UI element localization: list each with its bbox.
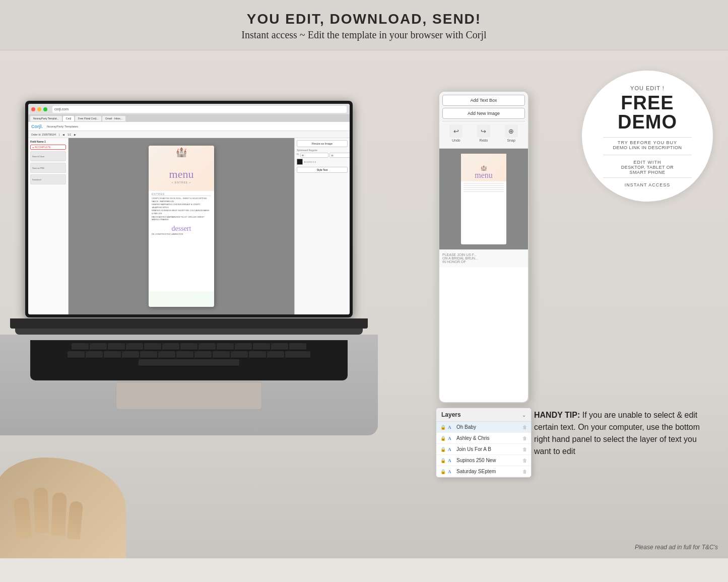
key (267, 351, 284, 358)
phone-add-image-btn[interactable]: Add New Image (442, 108, 525, 119)
layers-label-join: Join Us For A B (456, 446, 520, 452)
text-a-icon: A (448, 436, 454, 441)
laptop-screen-outer: corjl.com NoorayParty Templat... Corjl F… (25, 101, 353, 317)
key (176, 351, 193, 358)
url-bar[interactable]: corjl.com (52, 106, 347, 113)
style-text-btn[interactable]: Style Text (297, 167, 348, 173)
layers-chevron-icon: ⌄ (522, 412, 526, 418)
menu-card-header: 🏰 menu + entree + (149, 146, 214, 191)
phone-menu-title: menu (475, 171, 493, 180)
menu-title: menu (169, 168, 194, 181)
layers-item-supinos[interactable]: 🔒 A Supinos 250 New 🗑 (436, 455, 531, 466)
hand-container (0, 442, 141, 558)
menu-line (464, 191, 504, 192)
undo-label: Undo (452, 139, 460, 142)
trash-icon[interactable]: 🗑 (522, 425, 527, 430)
banner-title: YOU EDIT, DOWNLOAD, SEND! (0, 11, 728, 27)
url-text: corjl.com (54, 107, 69, 111)
layers-item-ashley[interactable]: 🔒 A Ashley & Chris 🗑 (436, 433, 531, 444)
key (122, 351, 139, 358)
fontname-label: Splotward Regular (297, 149, 348, 152)
demo-divider-3 (603, 177, 692, 178)
trash-icon[interactable]: 🗑 (522, 469, 527, 474)
key (86, 351, 103, 358)
key (126, 343, 143, 350)
phone-undo-tool[interactable]: ↩ Undo (449, 124, 462, 142)
phone-snap-tool[interactable]: ⊕ Snap (505, 124, 518, 142)
toolbar-next[interactable]: ▶ (74, 133, 76, 136)
close-dot (31, 107, 35, 111)
trash-icon[interactable]: 🗑 (522, 447, 527, 452)
key (144, 343, 161, 350)
lock-icon: 🔒 (440, 458, 445, 463)
layers-item-saturday[interactable]: 🔒 A Saturday SEptem 🗑 (436, 466, 531, 477)
tab-2[interactable]: Corjl (63, 116, 74, 121)
corjl-toolbar: Order Id: 1509758194 | ◀ 1/1 ▶ (28, 131, 350, 138)
menu-section-entree: entree CRISPY ROASTED DUCK ROLL, SWEET &… (149, 191, 214, 223)
sidebar-item-1[interactable]: Save & Close (30, 151, 66, 161)
tab-3[interactable]: Free Floral Corjl... (75, 116, 101, 121)
layers-item-join[interactable]: 🔒 A Join Us For A B 🗑 (436, 444, 531, 455)
tab-4[interactable]: Gmail - Inbox... (102, 116, 125, 121)
toolbar-spacer: | (59, 133, 59, 136)
menu-section-dessert: dessert DE-CONSTRUCTED LAMINGTON (149, 223, 214, 238)
trash-icon[interactable]: 🗑 (522, 436, 527, 441)
key (213, 351, 230, 358)
minimize-dot (37, 107, 41, 111)
key (289, 343, 306, 350)
text-a-icon: A (448, 425, 454, 430)
menu-item-5: DE-CONSTRUCTED LAMINGTON (152, 233, 211, 236)
spacebar (139, 359, 239, 366)
tabs-bar: NoorayParty Templat... Corjl Free Floral… (28, 115, 350, 122)
menu-item-2: SEARED MARINATED CHICKEN BREAST & CRISPY… (152, 203, 211, 209)
key-backspace (285, 351, 310, 358)
demo-free: FREE (621, 93, 674, 112)
corjl-sidebar: Field Name 1 ● INCOMPLETE Save & Close S… (28, 138, 69, 314)
layers-label-oh-baby: Oh Baby (456, 424, 520, 430)
layers-label-ashley: Ashley & Chris (456, 435, 520, 441)
key (231, 351, 248, 358)
menu-item-4: PAN ROASTED BARRAMUNDI FILLET, GRILLED S… (152, 216, 211, 221)
menu-line (464, 187, 504, 188)
width-input[interactable] (329, 153, 350, 158)
phone-body: Add Text Box Add New Image ↩ Undo ↪ Redo… (438, 91, 529, 403)
corjl-body: Field Name 1 ● INCOMPLETE Save & Close S… (28, 138, 350, 314)
key (108, 343, 125, 350)
tab-1[interactable]: NoorayParty Templat... (30, 116, 62, 121)
phone-redo-tool[interactable]: ↪ Redo (477, 124, 490, 142)
layers-panel: Layers ⌄ 🔒 A Oh Baby 🗑 🔒 A Ashley & Chri… (436, 408, 532, 478)
sidebar-status: ● INCOMPLETE (30, 145, 66, 150)
keyboard-row-3 (34, 359, 344, 366)
text-a-icon: A (448, 469, 454, 474)
phone-canvas: 🏰 menu (439, 149, 528, 249)
height-input[interactable] (300, 153, 328, 158)
menu-item-3: BRAISED GUINNESS BEEF SHORT RIB, COLCANN… (152, 209, 211, 215)
phone-divider (442, 121, 525, 121)
sidebar-item-2[interactable]: Save as PNG (30, 163, 66, 173)
corjl-nav: NoorayParty Templates (47, 125, 78, 128)
menu-item-1: CRISPY ROASTED DUCK ROLL, SWEET & SOUR D… (152, 197, 211, 203)
toolbar-prev[interactable]: ◀ (62, 133, 64, 136)
snap-icon: ⊕ (505, 124, 518, 138)
trash-icon[interactable]: 🗑 (522, 458, 527, 463)
sidebar-field: Field Name 1 (30, 140, 66, 143)
layers-header[interactable]: Layers ⌄ (436, 408, 531, 422)
castle-decoration: 🏰 (176, 147, 187, 158)
layers-item-oh-baby[interactable]: 🔒 A Oh Baby 🗑 (436, 422, 531, 433)
menu-line (464, 185, 504, 186)
key (180, 343, 197, 350)
main-area: corjl.com NoorayParty Templat... Corjl F… (0, 50, 728, 558)
phone-menu-card: 🏰 menu (461, 154, 506, 244)
resize-image-btn[interactable]: Resize as Image (297, 140, 348, 147)
sidebar-item-3[interactable]: Download (30, 174, 66, 184)
redo-icon: ↪ (477, 124, 490, 138)
phone-menu-body (461, 181, 506, 195)
phone-add-text-btn[interactable]: Add Text Box (442, 95, 525, 106)
corjl-logo: Corjl. (31, 124, 43, 129)
expand-dot (43, 107, 47, 111)
key (194, 351, 212, 358)
color-swatch[interactable] (297, 159, 303, 165)
trackpad[interactable] (116, 382, 262, 410)
key (90, 343, 107, 350)
menu-section-label: entree (152, 192, 211, 196)
